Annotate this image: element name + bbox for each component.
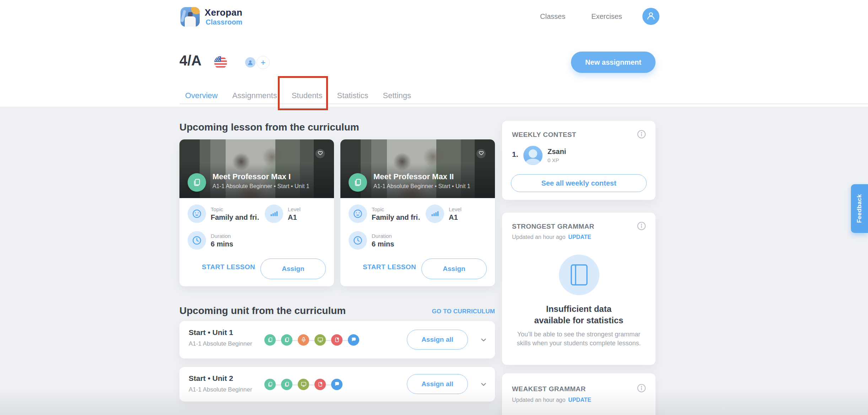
lesson-title: Meet Professor Max II	[373, 172, 491, 182]
duration-value: 6 mins	[372, 240, 394, 248]
lesson-subtitle: A1-1 Absolute Beginner • Start • Unit 1	[373, 183, 491, 190]
info-icon[interactable]	[637, 129, 646, 140]
chevron-down-icon[interactable]	[480, 367, 487, 401]
new-assignment-button[interactable]: New assignment	[571, 52, 656, 73]
topic-smiley-icon	[349, 204, 367, 223]
student-avatar[interactable]	[245, 57, 255, 68]
level-label: Level	[449, 206, 462, 212]
feedback-label: Feedback	[856, 194, 863, 223]
unit-title: Start • Unit 1	[189, 328, 233, 337]
favorite-button[interactable]	[476, 149, 486, 158]
monitor-icon	[314, 334, 326, 346]
tab-settings[interactable]: Settings	[383, 91, 411, 100]
top-header: Xeropan Classroom Classes Exercises 4/A	[0, 0, 868, 107]
assign-all-button[interactable]: Assign all	[407, 374, 468, 394]
page-title: 4/A	[179, 53, 201, 69]
update-link[interactable]: UPDATE	[568, 234, 591, 240]
unit-row: Start • Unit 2 A1-1 Absolute Beginner As…	[179, 367, 495, 401]
xeropan-logo-icon	[180, 7, 200, 27]
duration-label: Duration	[211, 233, 233, 239]
add-student-button[interactable]: +	[257, 56, 270, 69]
level-value: A1	[449, 213, 462, 222]
unit-subtitle: A1-1 Absolute Beginner	[189, 386, 252, 393]
rank-number: 1.	[512, 150, 518, 159]
weakest-grammar-panel: WEAKEST GRAMMAR Updated an hour agoUPDAT…	[502, 373, 656, 415]
go-to-curriculum-link[interactable]: GO TO CURRICULUM	[429, 308, 495, 315]
book-icon	[331, 334, 343, 346]
lesson-type-cards-icon	[188, 173, 206, 192]
cards-icon	[264, 334, 276, 346]
monitor-icon	[298, 379, 309, 390]
strongest-grammar-title: STRONGEST GRAMMAR	[512, 223, 594, 230]
update-link[interactable]: UPDATE	[568, 397, 591, 403]
plus-icon: +	[260, 58, 265, 68]
us-flag-icon	[214, 56, 227, 69]
profile-avatar[interactable]	[642, 8, 659, 25]
tab-overview[interactable]: Overview	[185, 91, 218, 100]
nav-exercises[interactable]: Exercises	[591, 12, 622, 21]
lesson-card: Meet Professor Max I A1-1 Absolute Begin…	[179, 139, 334, 286]
topic-value: Family and fri…	[211, 213, 259, 222]
unit-lesson-icons	[264, 321, 359, 358]
clock-icon	[188, 231, 206, 250]
topic-smiley-icon	[188, 204, 206, 223]
weakest-grammar-title: WEAKEST GRAMMAR	[512, 385, 586, 393]
start-lesson-link[interactable]: START LESSON	[202, 263, 255, 271]
annotation-highlight-students-tab	[278, 76, 328, 110]
chat-icon	[331, 379, 343, 390]
assign-button[interactable]: Assign	[421, 259, 487, 279]
heart-icon	[318, 150, 323, 157]
logo-subtitle: Classroom	[205, 18, 242, 26]
duration-label: Duration	[372, 233, 394, 239]
lessons-section-title: Upcoming lesson from the curriculum	[179, 122, 359, 133]
microphone-icon	[298, 334, 309, 346]
book-icon	[314, 379, 326, 390]
units-section-title: Upcoming unit from the curriculum	[179, 305, 346, 316]
lesson-thumbnail[interactable]: Meet Professor Max II A1-1 Absolute Begi…	[340, 139, 495, 198]
cards-icon	[264, 379, 276, 390]
level-bars-icon	[426, 204, 444, 223]
strongest-grammar-panel: STRONGEST GRAMMAR Updated an hour agoUPD…	[502, 213, 656, 365]
topic-value: Family and fri…	[372, 213, 420, 222]
clock-icon	[349, 231, 367, 250]
assign-all-button[interactable]: Assign all	[407, 330, 468, 350]
chevron-down-icon[interactable]	[480, 321, 487, 358]
assign-button[interactable]: Assign	[260, 259, 326, 279]
feedback-tab[interactable]: Feedback	[851, 184, 868, 233]
updated-text: Updated an hour ago	[512, 397, 565, 403]
unit-title: Start • Unit 2	[189, 374, 233, 383]
see-all-weekly-contest-button[interactable]: See all weekly contest	[511, 174, 647, 192]
tab-assignments[interactable]: Assignments	[232, 91, 277, 100]
student-avatar	[523, 146, 543, 165]
lesson-thumbnail[interactable]: Meet Professor Max I A1-1 Absolute Begin…	[179, 139, 334, 198]
lesson-type-cards-icon	[349, 173, 367, 192]
info-icon[interactable]	[637, 383, 646, 394]
lesson-title: Meet Professor Max I	[212, 172, 330, 182]
unit-subtitle: A1-1 Absolute Beginner	[189, 340, 252, 347]
nav-classes[interactable]: Classes	[540, 12, 565, 21]
chat-icon	[348, 334, 359, 346]
app-logo[interactable]: Xeropan Classroom	[180, 7, 242, 27]
level-value: A1	[288, 213, 301, 222]
info-icon[interactable]	[637, 221, 646, 232]
lesson-card: Meet Professor Max II A1-1 Absolute Begi…	[340, 139, 495, 286]
favorite-button[interactable]	[316, 149, 325, 158]
level-bars-icon	[265, 204, 283, 223]
person-icon	[646, 10, 656, 22]
updated-text: Updated an hour ago	[512, 234, 565, 240]
student-xp: 0 XP	[548, 157, 559, 163]
book-placeholder-icon	[559, 255, 599, 295]
lesson-subtitle: A1-1 Absolute Beginner • Start • Unit 1	[212, 183, 330, 190]
weekly-contest-title: WEEKLY CONTEST	[512, 131, 576, 139]
tab-statistics[interactable]: Statistics	[337, 91, 368, 100]
unit-lesson-icons	[264, 367, 343, 401]
topic-label: Topic	[372, 206, 420, 212]
xeropan-classroom-page: Xeropan Classroom Classes Exercises 4/A	[0, 0, 868, 415]
student-name: Zsani	[548, 148, 566, 156]
level-label: Level	[288, 206, 301, 212]
weekly-contest-panel: WEEKLY CONTEST 1. Zsani 0 XP See all wee…	[502, 121, 656, 200]
cards-icon	[281, 334, 292, 346]
empty-state-title: Insufficient data available for statisti…	[502, 303, 656, 326]
start-lesson-link[interactable]: START LESSON	[363, 263, 416, 271]
duration-value: 6 mins	[211, 240, 233, 248]
